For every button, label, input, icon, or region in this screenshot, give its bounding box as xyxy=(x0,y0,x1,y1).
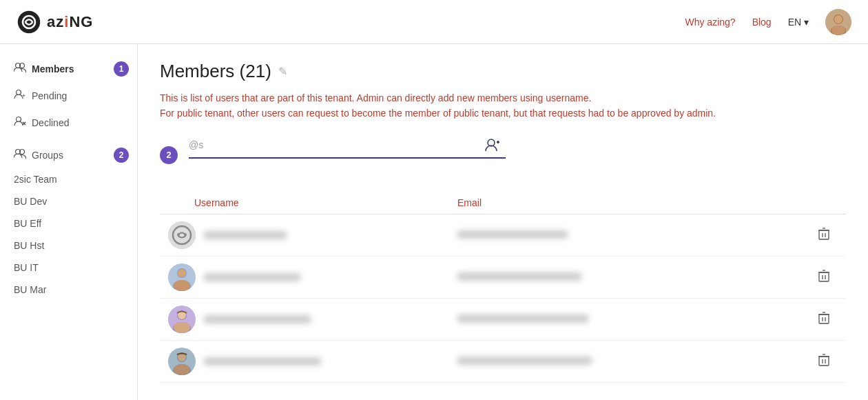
svg-point-5 xyxy=(834,15,843,23)
delete-member-button[interactable] xyxy=(813,309,835,330)
svg-point-22 xyxy=(184,233,187,236)
sidebar-item-bu-dev[interactable]: BU Dev xyxy=(0,190,137,212)
members-icon xyxy=(14,62,26,75)
table-row xyxy=(160,256,846,298)
member-actions-cell xyxy=(805,214,846,256)
declined-icon xyxy=(14,116,26,129)
sidebar-item-members[interactable]: Members 1 xyxy=(0,55,137,82)
svg-rect-33 xyxy=(819,272,829,281)
svg-point-32 xyxy=(174,280,190,291)
page-title: Members (21) xyxy=(160,61,271,82)
table-header-row: Username Email xyxy=(160,192,846,214)
member-username-cell xyxy=(160,340,449,382)
sidebar-item-members-label: Members xyxy=(32,63,74,74)
member-email-cell xyxy=(449,298,805,340)
sidebar-item-groups[interactable]: Groups 2 xyxy=(0,141,137,168)
logo-icon xyxy=(17,10,41,34)
lang-selector[interactable]: EN ▾ xyxy=(788,17,809,28)
sidebar-item-bu-hst[interactable]: BU Hst xyxy=(0,234,137,257)
sidebar-item-pending[interactable]: + Pending xyxy=(0,82,137,109)
sidebar-item-bu-it[interactable]: BU IT xyxy=(0,257,137,279)
members-badge: 1 xyxy=(114,61,129,77)
delete-member-button[interactable] xyxy=(813,267,835,288)
step-2-badge: 2 xyxy=(160,146,178,164)
svg-point-0 xyxy=(18,10,40,32)
svg-point-21 xyxy=(177,233,180,236)
page-title-row: Members (21) ✎ xyxy=(160,61,846,82)
description-line2: For public tenant, other users can reque… xyxy=(160,106,846,121)
svg-rect-23 xyxy=(819,230,829,239)
sidebar-item-bu-mar[interactable]: BU Mar xyxy=(0,279,137,301)
svg-rect-53 xyxy=(819,357,829,366)
sidebar-group-item-label: BU Hst xyxy=(14,240,44,251)
member-username-cell xyxy=(160,214,449,256)
table-row xyxy=(160,214,846,256)
sidebar-group-item-label: BU IT xyxy=(14,262,39,273)
avatar xyxy=(168,306,196,333)
member-actions-cell xyxy=(805,256,846,298)
member-actions-cell xyxy=(805,340,846,382)
sidebar-item-bu-eff[interactable]: BU Eff xyxy=(0,212,137,234)
member-actions-cell xyxy=(805,298,846,340)
svg-text:+: + xyxy=(22,92,25,99)
member-email-cell xyxy=(449,340,805,382)
table-row xyxy=(160,340,846,382)
main-content: Members (21) ✎ This is list of users tha… xyxy=(138,44,868,400)
sidebar-item-pending-label: Pending xyxy=(32,90,67,101)
col-actions-header xyxy=(805,192,846,214)
sidebar: Members 1 + Pending xyxy=(0,44,138,400)
description-line1: This is list of users that are part of t… xyxy=(160,90,846,106)
header-nav: Why azing? Blog EN ▾ xyxy=(685,9,851,35)
avatar xyxy=(168,263,196,291)
member-username-cell xyxy=(160,298,449,340)
members-table: Username Email xyxy=(160,192,846,383)
sidebar-item-2sic-team[interactable]: 2sic Team xyxy=(0,168,137,190)
sidebar-item-declined-label: Declined xyxy=(32,117,69,128)
edit-title-icon[interactable]: ✎ xyxy=(278,65,287,78)
svg-point-52 xyxy=(174,364,190,375)
groups-label: Groups xyxy=(32,150,63,161)
svg-point-31 xyxy=(178,269,186,277)
add-member-row xyxy=(189,135,506,159)
logo-text: aziNG xyxy=(47,13,93,31)
add-member-button[interactable] xyxy=(479,135,506,154)
groups-icon xyxy=(14,148,26,161)
members-description: This is list of users that are part of t… xyxy=(160,90,846,121)
add-member-section: 2 xyxy=(160,135,846,175)
logo: aziNG xyxy=(17,10,93,34)
svg-rect-43 xyxy=(819,314,829,323)
avatar xyxy=(168,221,196,249)
member-username-cell xyxy=(160,256,449,298)
member-email-cell xyxy=(449,256,805,298)
user-avatar[interactable] xyxy=(825,9,851,35)
table-row xyxy=(160,298,846,340)
svg-point-6 xyxy=(831,26,845,35)
pending-icon: + xyxy=(14,89,26,102)
layout: Members 1 + Pending xyxy=(0,44,868,400)
svg-point-42 xyxy=(174,322,190,333)
delete-member-button[interactable] xyxy=(813,225,835,246)
col-username-header: Username xyxy=(160,192,449,214)
avatar xyxy=(168,348,196,375)
sidebar-group-item-label: BU Mar xyxy=(14,284,46,295)
delete-member-button[interactable] xyxy=(813,351,835,372)
groups-badge: 2 xyxy=(114,148,129,163)
blog-link[interactable]: Blog xyxy=(752,17,772,28)
member-email-cell xyxy=(449,214,805,256)
sidebar-group-item-label: BU Dev xyxy=(14,196,47,207)
sidebar-group-item-label: BU Eff xyxy=(14,218,41,229)
sidebar-group-item-label: 2sic Team xyxy=(14,174,57,185)
header: aziNG Why azing? Blog EN ▾ xyxy=(0,0,868,44)
username-input[interactable] xyxy=(189,137,479,153)
sidebar-item-declined[interactable]: Declined xyxy=(0,109,137,136)
col-email-header: Email xyxy=(449,192,805,214)
why-azing-link[interactable]: Why azing? xyxy=(685,17,735,28)
